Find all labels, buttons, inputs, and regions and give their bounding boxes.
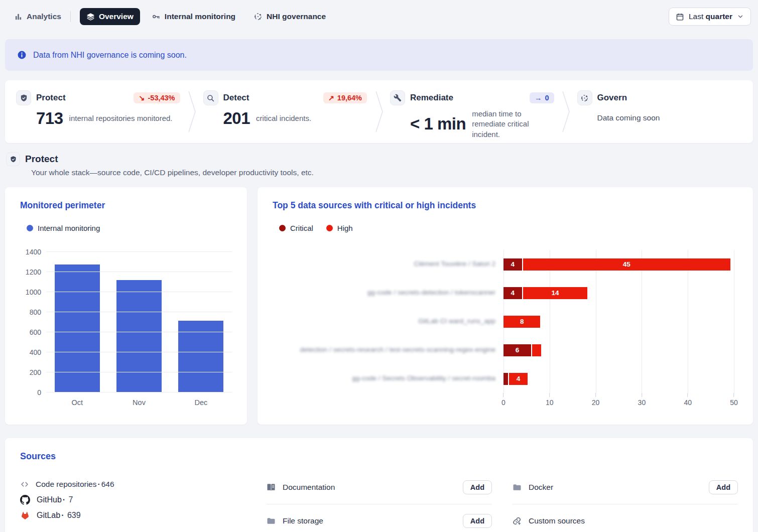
bar-row-label: gg-code / Secrets Observability / secret… (273, 374, 503, 384)
trend-badge-flat: →0 (530, 92, 554, 103)
tick-mark (642, 393, 642, 397)
source-row-documentation: Documentation Add (266, 477, 492, 498)
chevron-down-icon (737, 13, 744, 20)
segment-value: 4 (511, 260, 515, 268)
plot-area (46, 252, 232, 392)
sources-right-column: Docker Add Custom sources (512, 477, 738, 531)
bar-row: gg-code / Secrets Observability / secret… (273, 364, 734, 393)
nhi-governance-icon (254, 12, 263, 21)
gridline (46, 372, 232, 372)
legend-high[interactable]: High (326, 224, 353, 232)
bar-row-label: Clément Touvière / Satori 2 (273, 259, 503, 270)
source-row-file-storage: File storage Add (266, 510, 492, 531)
stat-description: internal repositories monitored. (69, 113, 173, 123)
bar-row: GitLab CI ward_runs_app8 (273, 307, 734, 336)
divider (512, 504, 738, 504)
shield-check-icon (16, 90, 31, 105)
stat-title: Govern (597, 93, 627, 103)
legend-critical[interactable]: Critical (279, 224, 313, 232)
source-item-github[interactable]: GitHub 7 (20, 492, 261, 507)
x-tick-label: 40 (684, 398, 692, 407)
key-icon (152, 12, 161, 21)
gridline (46, 272, 232, 272)
funnel-separator-chevron (562, 90, 571, 133)
gridline (46, 352, 232, 352)
tick-mark (595, 393, 596, 397)
stat-title: Detect (223, 93, 249, 103)
segment-critical: 4 (503, 258, 522, 271)
funnel-separator-chevron (188, 90, 197, 133)
x-tick: 50 (730, 393, 738, 407)
segment-critical (503, 373, 508, 385)
bar-nov (116, 280, 162, 392)
bar-row-label: gg-code / secrets-detection / tokenscann… (273, 288, 503, 298)
segment-high: 4 (509, 373, 528, 385)
sources-title: Sources (20, 451, 738, 462)
legend-dot (326, 225, 333, 231)
legend-internal-monitoring[interactable]: Internal monitoring (27, 224, 100, 232)
tab-internal-monitoring[interactable]: Internal monitoring (145, 8, 242, 25)
bar-track: 445 (503, 258, 734, 271)
section-title: Protect (25, 154, 58, 165)
data-source-label: Clément Touvière / Satori 2 (414, 260, 495, 268)
code-icon (20, 480, 29, 489)
bar-rows: Clément Touvière / Satori 2445gg-code / … (273, 250, 734, 393)
y-tick-label: 1000 (26, 288, 41, 296)
x-tick: 10 (546, 393, 554, 407)
top-nav: Analytics Overview Internal monitoring (0, 0, 758, 33)
analytics-label: Analytics (27, 12, 61, 21)
stat-value: 201 (223, 109, 250, 128)
x-axis-labels: OctNovDec (46, 398, 232, 407)
date-range-select[interactable]: Last quarter (669, 8, 751, 26)
gridline (46, 332, 232, 332)
bar-track: 414 (503, 287, 734, 299)
bar-row: detection / secrets-research / test-secr… (273, 336, 734, 364)
top-sources-card: Top 5 data sources with critical or high… (258, 187, 753, 425)
y-tick-label: 600 (30, 328, 41, 336)
bars-layer (46, 252, 232, 392)
stat-card-protect: Protect ↘-53,43% 713 internal repositori… (5, 80, 192, 143)
tab-nhi-governance-label: NHI governance (267, 12, 326, 21)
tab-overview[interactable]: Overview (80, 8, 140, 25)
x-tick-label: 20 (592, 398, 600, 407)
tab-nhi-governance[interactable]: NHI governance (247, 8, 332, 25)
add-documentation-button[interactable]: Add (463, 480, 492, 494)
x-tick: 40 (684, 393, 692, 407)
x-tick: 0 (501, 393, 506, 407)
tab-overview-label: Overview (99, 12, 134, 21)
nav-divider (70, 11, 71, 22)
info-icon (17, 50, 27, 60)
x-tick-label: 50 (730, 398, 738, 407)
search-icon (203, 90, 218, 105)
stat-value: 713 (36, 109, 63, 128)
legend-dot (279, 225, 286, 231)
segment-value: 4 (517, 375, 521, 382)
layers-icon (86, 13, 95, 21)
data-source-label: GitLab CI ward_runs_app (418, 317, 495, 325)
source-item-gitlab[interactable]: GitLab 639 (20, 508, 261, 523)
chart-title: Top 5 data sources with critical or high… (273, 200, 734, 211)
y-tick-label: 1400 (26, 248, 41, 256)
segment-critical: 6 (503, 344, 531, 356)
stat-value: < 1 min (410, 114, 466, 134)
gridline (734, 250, 734, 393)
bar-row: Clément Touvière / Satori 2445 (273, 250, 734, 279)
sources-card: Sources Code repositories646 GitHub 7 Gi… (5, 438, 753, 532)
segment-value: 45 (623, 260, 630, 268)
tick-mark (688, 393, 688, 397)
add-docker-button[interactable]: Add (709, 480, 738, 494)
source-row-custom-sources: Custom sources (512, 510, 738, 531)
link-plus-icon (512, 516, 522, 526)
stat-card-remediate: Remediate →0 < 1 min median time to reme… (379, 80, 566, 143)
segment-value: 4 (511, 289, 515, 297)
wrench-icon (390, 90, 405, 105)
stat-description: median time to remediate critical incide… (472, 109, 554, 140)
x-tick-label: Nov (108, 398, 170, 407)
gridline (46, 251, 232, 252)
sources-middle-column: Documentation Add File storage Add (266, 477, 492, 531)
date-range-text: Last quarter (689, 12, 732, 21)
stat-card-govern: Govern Data coming soon (566, 80, 753, 143)
divider (266, 504, 492, 504)
add-file-storage-button[interactable]: Add (463, 514, 492, 528)
monitored-perimeter-chart: 0200400600800100012001400 (20, 252, 232, 392)
